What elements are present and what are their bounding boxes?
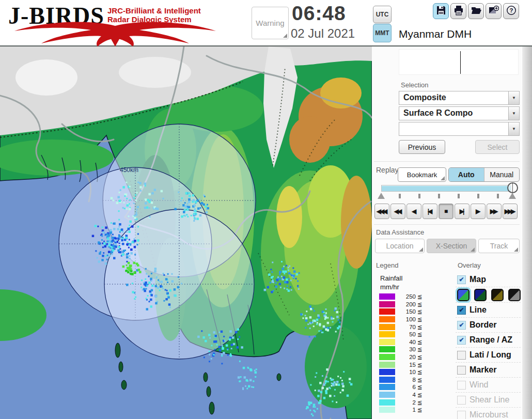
rainfall-echo <box>101 235 103 237</box>
border-checkbox[interactable]: ✔ <box>457 321 466 330</box>
rainfall-echo <box>161 281 163 283</box>
rainfall-echo <box>181 197 183 199</box>
legend-lte-symbol: ≦ <box>417 391 423 398</box>
rainfall-echo <box>150 199 152 200</box>
lati-long-checkbox[interactable] <box>457 351 466 360</box>
slider-end-marker[interactable] <box>509 193 516 199</box>
add-image-button[interactable] <box>486 3 502 19</box>
rainfall-echo <box>311 413 312 415</box>
print-button[interactable] <box>450 3 466 19</box>
legend-lte-symbol: ≦ <box>417 293 423 300</box>
rainfall-echo <box>124 239 127 241</box>
map-checkbox[interactable]: ✔ <box>457 275 466 284</box>
legend-swatch <box>379 293 395 300</box>
help-button[interactable]: ? <box>503 3 519 19</box>
rainfall-echo <box>131 225 134 228</box>
rainfall-echo <box>117 250 120 252</box>
rainfall-echo <box>184 202 186 204</box>
rainfall-echo <box>139 182 142 184</box>
play-button[interactable]: ▶ <box>471 204 486 219</box>
overlay-item-range-az: ✔Range / AZ <box>456 333 521 348</box>
overlay-list: ✔Map✔Line✔Border✔Range / AZLati / LongMa… <box>456 272 521 419</box>
open-folder-button[interactable] <box>468 3 484 19</box>
step-forward-button[interactable]: ▶| <box>455 204 470 219</box>
rainfall-echo <box>340 392 341 393</box>
manual-mode-button[interactable]: Manual <box>484 168 520 181</box>
rainfall-echo <box>174 288 176 291</box>
forward-fastest-button[interactable]: ▶▶▶ <box>503 204 518 219</box>
legend-row: 8≦ <box>379 376 423 384</box>
chevron-down-icon[interactable]: ▼ <box>508 91 519 104</box>
mmt-label: MMT <box>375 29 389 37</box>
save-button[interactable] <box>433 3 449 19</box>
rainfall-echo <box>253 386 254 388</box>
info-display-box[interactable] <box>399 49 519 75</box>
rainfall-echo <box>146 298 147 299</box>
rewind-fast-button[interactable]: ◀◀ <box>390 204 405 219</box>
legend-value: 100 <box>395 316 416 322</box>
rainfall-echo <box>307 407 309 409</box>
rainfall-echo <box>350 383 353 386</box>
rainfall-echo <box>325 328 327 331</box>
overlay-item-microburst: Microburst <box>456 408 521 419</box>
rainfall-echo <box>332 401 333 402</box>
legend-value: 8 <box>395 377 416 383</box>
map-style-swatch-2[interactable] <box>491 289 504 301</box>
mmt-toggle-button[interactable]: MMT <box>373 24 392 42</box>
map-style-swatch-0[interactable] <box>457 289 470 301</box>
step-back-button[interactable]: |◀ <box>423 204 437 219</box>
rainfall-echo <box>103 242 106 245</box>
line-checkbox[interactable]: ✔ <box>457 306 466 315</box>
rewind-fastest-button[interactable]: ◀◀◀ <box>374 204 389 219</box>
x-section-button[interactable]: X-Section <box>427 239 476 253</box>
rainfall-echo <box>325 390 327 393</box>
map-style-swatch-3[interactable] <box>508 289 521 301</box>
marker-checkbox[interactable] <box>457 366 466 375</box>
chevron-down-icon[interactable]: ▼ <box>508 107 519 120</box>
stop-button[interactable]: ■ <box>439 204 453 219</box>
rainfall-echo <box>245 385 246 387</box>
rainfall-echo <box>103 252 104 254</box>
rainfall-echo <box>322 332 323 333</box>
select-label: Select <box>488 143 508 151</box>
rainfall-echo <box>108 254 111 257</box>
track-button[interactable]: Track <box>478 239 520 253</box>
option-dropdown[interactable]: ▼ <box>399 122 520 136</box>
rainfall-echo <box>162 288 164 289</box>
rainfall-echo <box>196 213 197 215</box>
rainfall-echo <box>325 308 327 310</box>
rainfall-echo <box>313 325 315 327</box>
forward-fast-button[interactable]: ▶▶ <box>487 204 502 219</box>
rainfall-echo <box>163 274 165 276</box>
rainfall-echo <box>222 345 223 347</box>
utc-toggle-button[interactable]: UTC <box>373 6 392 23</box>
range-az-checkbox[interactable]: ✔ <box>457 336 466 345</box>
radar-map-viewport[interactable]: 450km <box>0 46 372 419</box>
rainfall-echo <box>146 288 147 290</box>
panel-collapse-strip[interactable] <box>522 0 532 419</box>
slider-start-marker[interactable] <box>378 193 385 199</box>
replay-slider-track[interactable] <box>381 185 511 192</box>
rainfall-echo <box>194 210 197 213</box>
rainfall-echo <box>108 244 111 247</box>
map-style-swatch-1[interactable] <box>474 289 487 301</box>
product-dropdown[interactable]: Surface R Compo ▼ <box>399 106 520 120</box>
previous-button[interactable]: Previous <box>399 140 445 154</box>
chevron-down-icon[interactable]: ▼ <box>508 122 519 135</box>
bookmark-button[interactable]: Bookmark <box>398 167 446 182</box>
location-button[interactable]: Location <box>375 239 425 253</box>
rainfall-echo <box>184 205 187 208</box>
warning-button[interactable]: Warning <box>252 7 289 39</box>
replay-slider-handle[interactable] <box>507 182 518 193</box>
legend-lte-symbol: ≦ <box>417 406 423 413</box>
play-reverse-button[interactable]: ◀ <box>406 204 421 219</box>
composite-dropdown[interactable]: Composite ▼ <box>399 91 520 105</box>
range-az-label: Range / AZ <box>470 335 512 345</box>
rainfall-echo <box>222 347 223 348</box>
rainfall-echo <box>151 201 153 204</box>
rainfall-echo <box>171 280 174 283</box>
auto-mode-button[interactable]: Auto <box>449 168 484 181</box>
select-button[interactable]: Select <box>475 140 520 154</box>
rainfall-echo <box>281 261 283 262</box>
rainfall-echo <box>128 228 130 230</box>
